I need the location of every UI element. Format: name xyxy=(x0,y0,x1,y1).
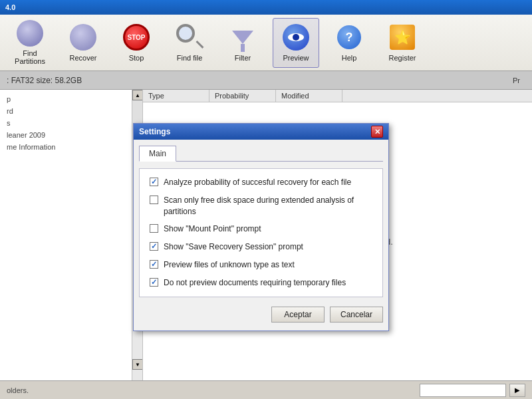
probability-column-header: Probability xyxy=(209,90,276,102)
preview-label: Preview xyxy=(283,54,309,62)
accept-button[interactable]: Aceptar xyxy=(271,307,325,323)
modified-column-header: Modified xyxy=(276,90,342,102)
label-preview-unknown: Preview files of unknown type as text xyxy=(164,259,295,271)
cancel-button[interactable]: Cancelar xyxy=(330,307,383,323)
bottom-status-text: olders. xyxy=(7,386,29,394)
app-title: 4.0 xyxy=(5,3,15,11)
settings-content: Analyze probability of succesful recover… xyxy=(139,168,383,297)
recover-button[interactable]: Recover xyxy=(60,18,106,68)
find-file-label: Find file xyxy=(177,54,203,62)
dialog-title: Settings xyxy=(139,127,170,136)
stop-label: Stop xyxy=(129,54,144,62)
left-panel-content: p rd s leaner 2009 me Information xyxy=(0,90,142,156)
find-file-icon xyxy=(176,23,203,51)
find-partitions-icon xyxy=(16,20,44,47)
register-icon: ⭐ xyxy=(388,23,416,51)
label-show-save-recovery: Show "Save Recovery Session" prompt xyxy=(164,241,303,253)
status-text: : FAT32 size: 58.2GB xyxy=(7,76,82,85)
settings-dialog: Settings ✕ Main Analyze probability of s… xyxy=(133,123,389,331)
search-input[interactable] xyxy=(420,384,506,397)
title-bar: 4.0 xyxy=(0,0,532,15)
checkbox-show-mount-point[interactable] xyxy=(150,224,158,233)
list-item: p xyxy=(3,93,139,105)
tab-main[interactable]: Main xyxy=(139,146,176,162)
toolbar: Find Partitions Recover STOP Stop Find f… xyxy=(0,15,532,71)
label-no-preview-docs: Do not preview documents requiring tempo… xyxy=(164,277,346,289)
dialog-tabs: Main xyxy=(139,145,383,162)
dialog-body: Main Analyze probability of succesful re… xyxy=(134,140,388,331)
register-button[interactable]: ⭐ Register xyxy=(379,18,426,68)
label-analyze-probability: Analyze probability of succesful recover… xyxy=(164,177,351,188)
list-item: rd xyxy=(3,105,139,117)
help-button[interactable]: ? Help xyxy=(326,18,372,68)
checkbox-preview-unknown[interactable] xyxy=(150,260,158,269)
stop-icon: STOP xyxy=(122,23,150,51)
column-headers: Type Probability Modified xyxy=(143,90,532,102)
setting-analyze-probability: Analyze probability of succesful recover… xyxy=(150,177,372,188)
preview-icon xyxy=(282,23,310,51)
bottom-search-area: ▶ xyxy=(420,384,525,397)
checkbox-no-preview-docs[interactable] xyxy=(150,278,158,287)
bottom-bar: olders. ▶ xyxy=(0,380,532,399)
recover-icon xyxy=(69,23,97,51)
status-bar: : FAT32 size: 58.2GB Pr xyxy=(0,71,532,90)
find-partitions-button[interactable]: Find Partitions xyxy=(7,18,53,68)
help-label: Help xyxy=(342,54,357,62)
setting-no-preview-docs: Do not preview documents requiring tempo… xyxy=(150,277,372,289)
list-item: me Information xyxy=(3,141,139,153)
label-show-mount-point: Show "Mount Point" prompt xyxy=(164,223,261,235)
find-file-button[interactable]: Find file xyxy=(166,18,213,68)
main-area: p rd s leaner 2009 me Information ▲ ▼ Ty… xyxy=(0,90,532,380)
register-label: Register xyxy=(389,54,416,62)
help-icon: ? xyxy=(335,23,363,51)
filter-button[interactable]: Filter xyxy=(219,18,266,68)
setting-scan-free-disk: Scan only free disk space during extende… xyxy=(150,195,372,217)
list-item: s xyxy=(3,117,139,129)
dialog-titlebar: Settings ✕ xyxy=(134,124,388,140)
filter-label: Filter xyxy=(235,54,251,62)
stop-button[interactable]: STOP Stop xyxy=(113,18,160,68)
checkbox-show-save-recovery[interactable] xyxy=(150,242,158,251)
dialog-footer: Aceptar Cancelar xyxy=(139,304,383,325)
type-column-header: Type xyxy=(143,90,209,102)
search-button[interactable]: ▶ xyxy=(509,384,525,397)
scroll-down-arrow[interactable]: ▼ xyxy=(132,359,143,370)
find-partitions-label: Find Partitions xyxy=(9,49,51,65)
checkbox-scan-free-disk[interactable] xyxy=(150,196,158,204)
scroll-up-arrow[interactable]: ▲ xyxy=(132,90,143,100)
checkbox-analyze-probability[interactable] xyxy=(150,178,158,186)
filter-icon xyxy=(229,23,257,51)
pr-label: Pr xyxy=(513,76,520,84)
dialog-close-button[interactable]: ✕ xyxy=(371,126,383,138)
recover-label: Recover xyxy=(70,54,97,62)
list-item: leaner 2009 xyxy=(3,129,139,141)
preview-button[interactable]: Preview xyxy=(273,18,319,68)
setting-show-save-recovery: Show "Save Recovery Session" prompt xyxy=(150,241,372,253)
left-panel: p rd s leaner 2009 me Information ▲ ▼ xyxy=(0,90,143,380)
label-scan-free-disk: Scan only free disk space during extende… xyxy=(164,195,372,217)
setting-preview-unknown: Preview files of unknown type as text xyxy=(150,259,372,271)
setting-show-mount-point: Show "Mount Point" prompt xyxy=(150,223,372,235)
